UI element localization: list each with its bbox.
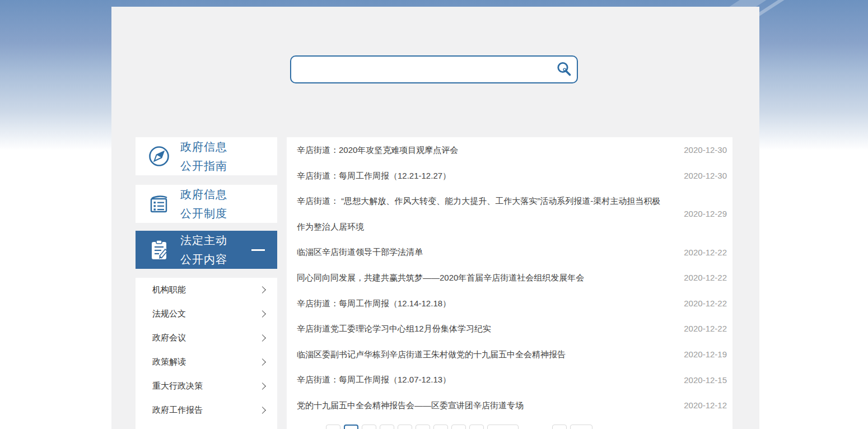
news-title-link[interactable]: 辛店街道党工委理论学习中心组12月份集体学习纪实	[297, 316, 671, 342]
pagination-bar	[326, 425, 592, 429]
news-row: 临淄区委副书记卢华栋到辛店街道王朱村做党的十九届五中全会精神报告 2020-12…	[297, 342, 727, 367]
page-button[interactable]	[451, 425, 466, 429]
news-title-link[interactable]: 同心同向同发展，共建共赢共筑梦——2020年首届辛店街道社会组织发展年会	[297, 265, 671, 291]
chevron-right-icon	[259, 383, 266, 390]
menu-item-label: 机构职能	[152, 285, 186, 295]
page-button[interactable]	[416, 425, 430, 429]
page-button[interactable]	[469, 425, 484, 429]
page-button[interactable]	[398, 425, 412, 429]
search-button[interactable]	[551, 57, 577, 82]
news-title-link[interactable]: 辛店街道：2020年攻坚克难项目观摩点评会	[297, 137, 671, 163]
news-row: 党的十九届五中全会精神报告会——区委宣讲团辛店街道专场 2020-12-12	[297, 393, 727, 418]
menu-item-label: 重大行政决策	[152, 381, 203, 391]
news-list: 辛店街道：2020年攻坚克难项目观摩点评会 2020-12-30 辛店街道：每周…	[287, 137, 732, 418]
search-input[interactable]	[291, 57, 551, 82]
news-title-link[interactable]: 辛店街道：每周工作周报（12.07-12.13）	[297, 367, 671, 393]
page-button[interactable]	[380, 425, 394, 429]
news-date: 2020-12-22	[671, 324, 727, 333]
sidebar-card-statutory-disclosure[interactable]: 法定主动 公开内容	[136, 231, 277, 269]
menu-item-label: 政府工作报告	[152, 405, 203, 416]
page-jump-input[interactable]	[552, 425, 567, 429]
news-title-link[interactable]: 党的十九届五中全会精神报告会——区委宣讲团辛店街道专场	[297, 393, 671, 418]
menu-item-label: 政策解读	[152, 357, 186, 367]
sidebar-item-agency-functions[interactable]: 机构职能	[136, 278, 277, 302]
sidebar-item-major-decisions[interactable]: 重大行政决策	[136, 374, 277, 398]
search-box	[290, 55, 578, 83]
news-date: 2020-12-22	[671, 299, 727, 308]
chevron-right-icon	[259, 358, 266, 366]
news-row: 辛店街道党工委理论学习中心组12月份集体学习纪实 2020-12-22	[297, 316, 727, 342]
news-date: 2020-12-15	[671, 375, 727, 385]
news-date: 2020-12-29	[671, 209, 727, 218]
news-title-link[interactable]: 辛店街道：每周工作周报（12.14-12.18）	[297, 291, 671, 316]
content-panel: 政府信息 公开指南 政府信息 公开制度	[111, 7, 759, 429]
chevron-right-icon	[259, 407, 266, 414]
news-title-link[interactable]: 临淄区辛店街道领导干部学法清单	[297, 239, 671, 265]
chevron-right-icon	[259, 334, 266, 342]
news-title-link[interactable]: 临淄区委副书记卢华栋到辛店街道王朱村做党的十九届五中全会精神报告	[297, 342, 671, 367]
sidebar-card-disclosure-system[interactable]: 政府信息 公开制度	[136, 185, 277, 223]
sidebar-card-label: 法定主动 公开内容	[180, 231, 227, 269]
news-row: 临淄区辛店街道领导干部学法清单 2020-12-22	[297, 239, 727, 265]
chevron-right-icon	[259, 286, 266, 293]
news-row: 辛店街道： “思想大解放、作风大转变、能力大提升、工作大落实”活动系列报道-渠村…	[297, 188, 727, 239]
news-row: 同心同向同发展，共建共赢共筑梦——2020年首届辛店街道社会组织发展年会 202…	[297, 265, 727, 291]
news-date: 2020-12-30	[671, 171, 727, 180]
page-go-button[interactable]	[570, 425, 592, 429]
sidebar-item-government-meetings[interactable]: 政府会议	[136, 326, 277, 350]
news-title-link[interactable]: 辛店街道： “思想大解放、作风大转变、能力大提升、工作大落实”活动系列报道-渠村…	[297, 188, 671, 239]
news-date: 2020-12-30	[671, 145, 727, 155]
news-title-link[interactable]: 辛店街道：每周工作周报（12.21-12.27）	[297, 163, 671, 189]
news-row: 辛店街道：每周工作周报（12.07-12.13） 2020-12-15	[297, 367, 727, 393]
page-button[interactable]	[326, 425, 340, 429]
sidebar-item-policy-interpretation[interactable]: 政策解读	[136, 350, 277, 374]
sidebar-card-label: 政府信息 公开制度	[180, 185, 227, 223]
menu-item-label: 法规公文	[152, 309, 186, 319]
news-row: 辛店街道：每周工作周报（12.14-12.18） 2020-12-22	[297, 291, 727, 316]
page-button-current[interactable]	[344, 425, 358, 429]
news-date: 2020-12-12	[671, 400, 727, 410]
chevron-right-icon	[259, 310, 266, 318]
menu-item-label: 政府会议	[152, 333, 186, 343]
sidebar-card-label: 政府信息 公开指南	[180, 137, 227, 175]
sidebar-item-regulations[interactable]: 法规公文	[136, 302, 277, 326]
news-date: 2020-12-22	[671, 248, 727, 257]
page-button[interactable]	[362, 425, 376, 429]
sidebar-submenu: 机构职能 法规公文 政府会议 政策解读 重大行政决策 政府工作报告	[136, 278, 277, 429]
page-next-button[interactable]	[487, 425, 519, 429]
news-date: 2020-12-22	[671, 273, 727, 282]
sidebar-item-work-report[interactable]: 政府工作报告	[136, 398, 277, 422]
search-icon	[556, 61, 572, 78]
minus-icon	[251, 249, 265, 251]
sidebar-item-planning[interactable]: 规划计划	[136, 422, 277, 429]
ledger-icon	[147, 192, 171, 216]
pagination-spacer	[522, 425, 549, 425]
news-panel: 辛店街道：2020年攻坚克难项目观摩点评会 2020-12-30 辛店街道：每周…	[287, 137, 732, 429]
sidebar-card-disclosure-guide[interactable]: 政府信息 公开指南	[136, 137, 277, 175]
news-row: 辛店街道：每周工作周报（12.21-12.27） 2020-12-30	[297, 163, 727, 189]
compass-icon	[147, 144, 171, 169]
news-row: 辛店街道：2020年攻坚克难项目观摩点评会 2020-12-30	[297, 137, 727, 163]
page-button[interactable]	[433, 425, 448, 429]
news-date: 2020-12-19	[671, 349, 727, 359]
clipboard-pencil-icon	[147, 237, 171, 262]
